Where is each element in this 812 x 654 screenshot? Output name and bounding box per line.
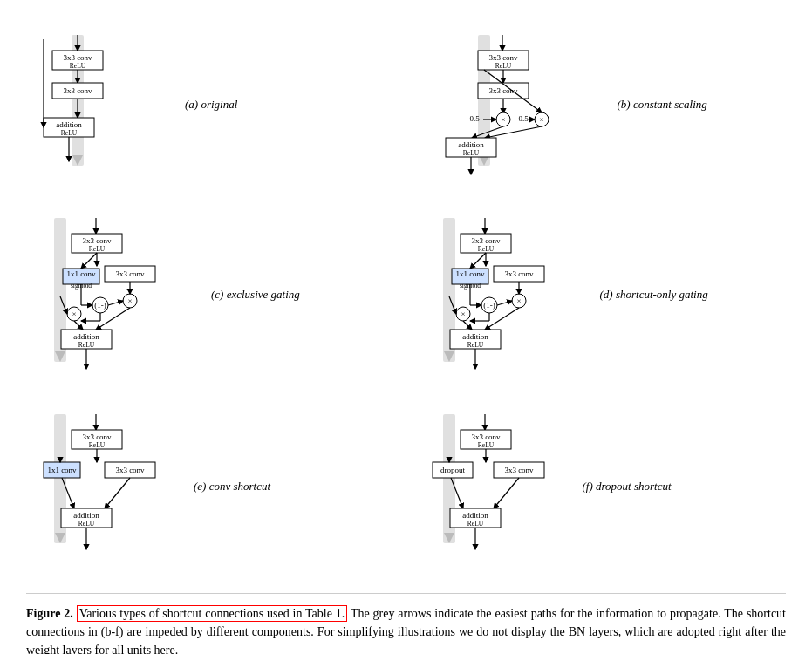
svg-text:dropout: dropout [440, 466, 465, 474]
svg-text:×: × [461, 310, 465, 318]
diagram-a: 3x3 conv ReLU 3x3 conv addition ReLU ( [26, 17, 398, 192]
diagrams-grid: 3x3 conv ReLU 3x3 conv addition ReLU ( [26, 17, 786, 576]
svg-text:addition: addition [56, 120, 82, 129]
svg-text:addition: addition [462, 511, 488, 520]
svg-text:×: × [127, 296, 132, 305]
svg-text:addition: addition [458, 140, 484, 149]
svg-text:ReLU: ReLU [78, 520, 95, 528]
svg-text:3x3 conv: 3x3 conv [115, 269, 145, 278]
figure-container: 3x3 conv ReLU 3x3 conv addition ReLU ( [26, 17, 786, 654]
svg-text:3x3 conv: 3x3 conv [82, 236, 112, 245]
svg-text:0.5: 0.5 [469, 114, 480, 123]
svg-text:ReLU: ReLU [477, 245, 494, 253]
svg-text:(1-): (1-) [94, 301, 106, 310]
svg-text:ReLU: ReLU [467, 341, 483, 349]
svg-text:ReLU: ReLU [462, 149, 479, 157]
svg-line-137 [494, 478, 519, 508]
figure-caption: Figure 2. Various types of shortcut conn… [26, 593, 786, 654]
svg-text:3x3 conv: 3x3 conv [471, 433, 501, 441]
diagram-a-label: (a) original [185, 98, 237, 112]
svg-line-102 [463, 321, 472, 330]
svg-text:×: × [72, 310, 76, 318]
diagram-d: 3x3 conv ReLU 3x3 conv 1x1 conv sigmoid … [415, 201, 787, 388]
svg-text:ReLU: ReLU [70, 62, 86, 70]
svg-text:3x3 conv: 3x3 conv [82, 433, 112, 441]
svg-text:3x3 conv: 3x3 conv [471, 236, 501, 245]
svg-text:addition: addition [462, 332, 488, 341]
diagram-e: 3x3 conv ReLU 3x3 conv 1x1 conv addition… [26, 397, 398, 576]
diagram-f: 3x3 conv ReLU 3x3 conv dropout addition … [415, 397, 787, 576]
svg-text:ReLU: ReLU [78, 341, 95, 349]
svg-line-119 [105, 478, 130, 508]
diagram-c-label: (c) exclusive gating [211, 288, 300, 302]
svg-text:1x1 conv: 1x1 conv [47, 466, 77, 474]
svg-text:addition: addition [73, 511, 99, 520]
diagram-e-label: (e) conv shortcut [194, 480, 270, 494]
svg-text:3x3 conv: 3x3 conv [63, 53, 92, 62]
svg-text:(1-): (1-) [483, 301, 495, 310]
diagram-b-label: (b) constant scaling [618, 98, 707, 112]
svg-line-100 [497, 301, 512, 305]
svg-text:3x3 conv: 3x3 conv [504, 269, 534, 278]
diagram-f-label: (f) dropout shortcut [583, 480, 672, 494]
svg-text:ReLU: ReLU [61, 129, 78, 137]
svg-text:addition: addition [73, 332, 99, 341]
svg-text:0.5: 0.5 [518, 114, 529, 123]
diagram-b: 3x3 conv ReLU 3x3 conv × 0.5 × 0.5 [415, 17, 787, 192]
svg-line-55 [81, 253, 97, 269]
diagram-d-label: (d) shortcut-only gating [600, 288, 708, 302]
svg-line-70 [74, 321, 83, 330]
svg-text:1x1 conv: 1x1 conv [66, 269, 96, 278]
figure-number: Figure 2. [26, 607, 73, 620]
svg-text:1x1 conv: 1x1 conv [455, 269, 485, 278]
svg-line-87 [470, 253, 486, 269]
svg-text:×: × [539, 115, 543, 124]
svg-text:ReLU: ReLU [477, 441, 494, 449]
diagram-c: 3x3 conv ReLU 3x3 conv 1x1 conv sigmoid … [26, 201, 398, 388]
svg-text:3x3 conv: 3x3 conv [488, 53, 518, 62]
svg-text:ReLU: ReLU [467, 520, 483, 528]
svg-text:3x3 conv: 3x3 conv [504, 466, 534, 474]
svg-text:ReLU: ReLU [89, 245, 106, 253]
svg-text:ReLU: ReLU [89, 441, 106, 449]
caption-link[interactable]: Various types of shortcut connections us… [77, 605, 348, 622]
svg-line-38 [485, 126, 542, 138]
svg-text:ReLU: ReLU [495, 62, 511, 70]
svg-text:3x3 conv: 3x3 conv [115, 466, 145, 474]
svg-text:3x3 conv: 3x3 conv [63, 86, 92, 95]
svg-text:3x3 conv: 3x3 conv [488, 86, 518, 95]
svg-text:×: × [501, 115, 505, 124]
svg-line-68 [108, 301, 123, 305]
svg-text:×: × [516, 296, 521, 305]
